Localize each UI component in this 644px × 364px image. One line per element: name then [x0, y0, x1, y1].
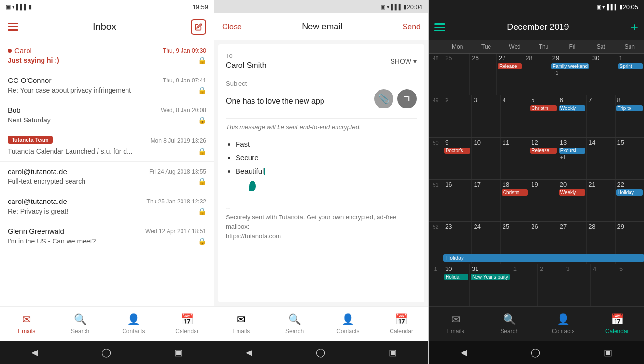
wifi-icon: ▾: [387, 4, 390, 10]
nav-search-label: Search: [71, 328, 89, 335]
battery-icon: ▮: [29, 4, 32, 10]
compose-button[interactable]: [191, 19, 206, 35]
email-item[interactable]: carol@tutanota.de Thu 25 Jan 2018 12:32 …: [0, 191, 214, 221]
calendar-event[interactable]: Release: [530, 148, 556, 154]
cal-day[interactable]: 21: [587, 180, 615, 221]
cal-day[interactable]: 30 Holida: [443, 264, 470, 306]
cal-nav-emails[interactable]: ✉ Emails: [429, 313, 483, 335]
send-button[interactable]: Send: [403, 23, 420, 31]
email-item[interactable]: Carol Thu, 9 Jan 09:30 Just saying hi :)…: [0, 40, 214, 70]
cal-day[interactable]: 19: [529, 180, 558, 221]
holiday-event-span[interactable]: Holiday: [443, 254, 644, 262]
recents-button[interactable]: ▣: [389, 347, 397, 358]
to-value[interactable]: Carol Smith: [226, 61, 266, 70]
cal-day[interactable]: 15: [616, 138, 644, 179]
cal-day[interactable]: 13 Excursi +1: [558, 138, 587, 179]
day-number: 5: [618, 265, 643, 272]
recents-button[interactable]: ▣: [604, 347, 612, 358]
home-button[interactable]: ◯: [316, 347, 325, 358]
calendar-event[interactable]: Weekly: [559, 189, 585, 196]
nav-emails-compose[interactable]: ✉ Emails: [214, 313, 268, 335]
cal-day[interactable]: 7: [587, 95, 615, 137]
cal-day[interactable]: 4: [591, 264, 617, 306]
cal-day[interactable]: 5: [617, 264, 644, 306]
nav-emails[interactable]: ✉ Emails: [0, 313, 54, 335]
email-item[interactable]: carol@tutanota.de Fri 24 Aug 2018 13:55 …: [0, 162, 214, 191]
cal-day[interactable]: 8 Trip to: [616, 95, 644, 137]
calendar-event[interactable]: Excursi: [559, 148, 585, 154]
back-button[interactable]: ◀: [31, 347, 38, 358]
email-sender: Carol: [14, 46, 32, 54]
attachment-icon[interactable]: 📎: [374, 89, 393, 108]
calendar-event[interactable]: Holida: [444, 274, 468, 280]
add-event-button[interactable]: +: [631, 20, 638, 35]
nav-contacts[interactable]: 👤 Contacts: [107, 313, 161, 335]
status-bar-calendar: ▣ ▾ ▌▌▌ ▮ 20:05: [429, 0, 644, 13]
calendar-event[interactable]: New Year's party: [471, 274, 510, 280]
nav-contacts-compose[interactable]: 👤 Contacts: [322, 313, 375, 335]
cal-day[interactable]: 1 Sprint: [617, 54, 644, 95]
cal-day[interactable]: 31 New Year's party: [470, 264, 511, 306]
cal-day[interactable]: 25: [443, 54, 470, 95]
menu-icon[interactable]: [8, 23, 18, 31]
cal-day[interactable]: 6 Weekly: [558, 95, 587, 137]
cal-nav-contacts[interactable]: 👤 Contacts: [536, 313, 590, 335]
cal-day[interactable]: 26: [470, 54, 496, 95]
cal-day[interactable]: 30: [590, 54, 617, 95]
calendar-event[interactable]: Sprint: [618, 63, 643, 69]
inbox-panel: ▣ ▾ ▌▌▌ ▮ 19:59 Inbox Carol: [0, 0, 214, 364]
day-number: 25: [444, 54, 468, 62]
cal-nav-calendar[interactable]: 📅 Calendar: [590, 313, 644, 335]
calendar-event[interactable]: Weekly: [559, 105, 585, 111]
cal-day[interactable]: 17: [472, 180, 500, 221]
cal-day[interactable]: 9 Doctor's: [443, 138, 472, 179]
cal-day[interactable]: 2: [443, 95, 472, 137]
cal-day[interactable]: 2: [538, 264, 564, 306]
cal-day[interactable]: 27 Release: [497, 54, 523, 95]
nav-calendar[interactable]: 📅 Calendar: [160, 313, 214, 335]
email-item[interactable]: Bob Wed, 8 Jan 20:08 Next Saturday 🔒: [0, 100, 214, 130]
cal-day[interactable]: 5 Christm: [529, 95, 558, 137]
cal-day[interactable]: 3: [472, 95, 500, 137]
calendar-event[interactable]: Release: [498, 63, 522, 69]
calendar-event[interactable]: Holiday: [616, 189, 643, 196]
email-item[interactable]: GC O'Connor Thu, 9 Jan 07:41 Re: Your ca…: [0, 70, 214, 100]
calendar-event[interactable]: Christm: [530, 105, 556, 111]
cal-day[interactable]: 28: [523, 54, 550, 95]
cal-day[interactable]: 10: [472, 138, 500, 179]
cal-day[interactable]: 29 Family weekend +1: [550, 54, 590, 95]
cal-nav-search[interactable]: 🔍 Search: [483, 313, 537, 335]
cal-day[interactable]: 22 Holiday: [616, 180, 644, 221]
cal-day[interactable]: 20 Weekly: [558, 180, 587, 221]
cal-day[interactable]: 16: [443, 180, 472, 221]
subject-value[interactable]: One has to love the new app: [226, 97, 324, 106]
calendar-event[interactable]: Trip to: [616, 105, 643, 111]
home-button[interactable]: ◯: [531, 347, 540, 358]
cal-day[interactable]: 18 Christm: [501, 180, 529, 221]
nav-calendar-compose[interactable]: 📅 Calendar: [375, 313, 428, 335]
email-body-content[interactable]: Fast Secure Beautiful: [226, 138, 417, 191]
day-number: 30: [444, 265, 468, 272]
cal-day[interactable]: 12 Release: [529, 138, 558, 179]
cal-day[interactable]: 1: [511, 264, 538, 306]
nav-emails-label: Emails: [18, 328, 35, 335]
cal-day[interactable]: 4: [501, 95, 529, 137]
nav-search[interactable]: 🔍 Search: [54, 313, 107, 335]
cal-day[interactable]: 11: [501, 138, 529, 179]
body-line-2: Secure: [236, 152, 417, 163]
calendar-event[interactable]: Family weekend: [551, 63, 589, 69]
recents-button[interactable]: ▣: [174, 347, 182, 358]
calendar-event[interactable]: Doctor's: [444, 148, 470, 154]
calendar-event[interactable]: Christm: [502, 189, 528, 196]
cal-day[interactable]: 3: [564, 264, 591, 306]
home-button[interactable]: ◯: [101, 347, 111, 358]
email-item[interactable]: Tutanota Team Mon 8 Jul 2019 13:26 Tutan…: [0, 130, 214, 162]
back-button[interactable]: ◀: [461, 347, 467, 358]
cal-menu-icon[interactable]: [434, 23, 445, 31]
nav-search-compose[interactable]: 🔍 Search: [268, 313, 322, 335]
email-item[interactable]: Glenn Greenwald Wed 12 Apr 2017 18:51 I'…: [0, 221, 214, 251]
cal-day[interactable]: 14: [587, 138, 615, 179]
back-button[interactable]: ◀: [246, 347, 252, 358]
close-button[interactable]: Close: [222, 23, 242, 31]
show-button[interactable]: SHOW ▾: [390, 57, 417, 65]
